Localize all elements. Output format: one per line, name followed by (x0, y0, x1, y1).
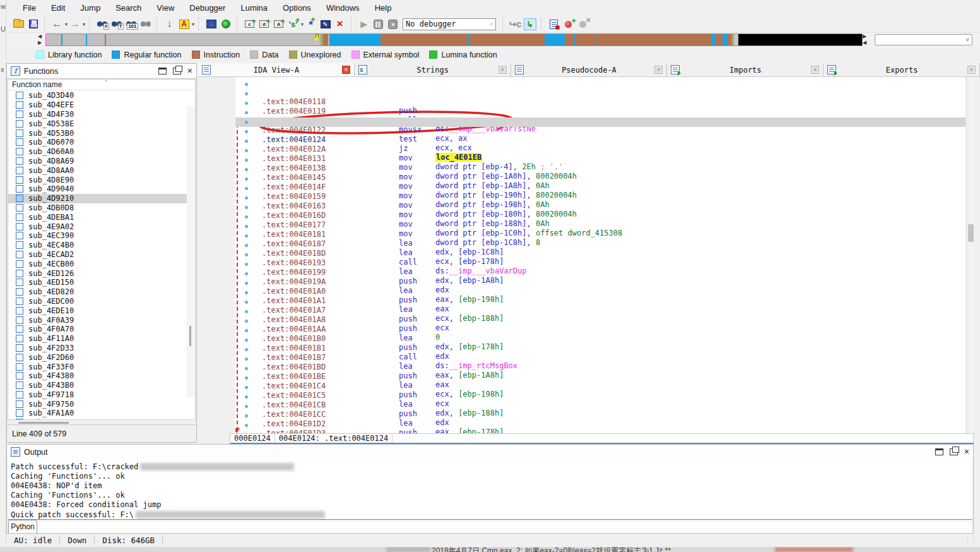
disasm-line[interactable]: .text:004E016D mov dword ptr [ebp-1C0h],… (235, 193, 965, 203)
band-zoom-icon[interactable]: ▶ (861, 33, 868, 39)
breakpoint-list-icon[interactable] (546, 17, 561, 31)
band-scroll-left-icon[interactable]: ◀ (37, 33, 43, 39)
navband-segment[interactable] (545, 34, 565, 46)
search-binary-icon[interactable]: 101 (124, 17, 138, 31)
scrollbar-thumb[interactable] (968, 224, 974, 242)
function-row[interactable]: sub_4F2D33 (8, 344, 187, 353)
function-row[interactable]: sub_4ED150 (8, 278, 187, 287)
make-string-icon[interactable]: 's' (286, 17, 300, 31)
menu-item[interactable]: File (15, 1, 44, 15)
make-ascii-icon[interactable]: A (271, 17, 286, 31)
function-row[interactable]: sub_4D8E90 (8, 175, 187, 184)
functions-title-bar[interactable]: f Functions × (7, 64, 196, 79)
disasm-line[interactable]: .text:004E014F mov dword ptr [ebp-198h],… (235, 165, 965, 174)
disasm-line[interactable]: .text:004E01B1 call ds:__imp_rtcMsgBox (235, 326, 965, 335)
disasm-line[interactable]: .text:004E0118 push eax (235, 80, 965, 89)
disasm-line[interactable]: .text:004E01A7 push ecx (235, 288, 965, 297)
disasm-line[interactable]: .text:004E0181 lea edx, [ebp-1C8h] (235, 212, 965, 222)
function-row[interactable]: sub_4F33F0 (8, 362, 187, 371)
function-row[interactable]: sub_4F9750 (8, 399, 187, 409)
navigate-back-icon[interactable]: ← (50, 17, 64, 31)
scrollbar-thumb[interactable] (189, 326, 191, 346)
disassembly-scrollbar[interactable] (966, 77, 974, 433)
disasm-line[interactable]: .text:004E01D5 call ds:__imp___vbaFreeVa… (235, 421, 965, 430)
menu-item[interactable]: Jump (73, 1, 108, 15)
disasm-line[interactable]: .text:004E0131 mov dword ptr [ebp-1A0h],… (235, 136, 965, 146)
make-function-icon[interactable]: * (304, 17, 318, 31)
menu-item[interactable]: Edit (44, 1, 73, 15)
functions-vertical-scrollbar[interactable] (187, 106, 194, 397)
function-row[interactable]: sub_4D8AA0 (8, 165, 187, 175)
function-row[interactable]: sub_4D9210 (8, 194, 187, 203)
debugger-stop-icon[interactable]: ■ (386, 17, 400, 31)
python-cli-tab[interactable]: Python (8, 520, 37, 533)
function-row[interactable]: sub_4E9A02 (8, 222, 187, 231)
function-row[interactable]: sub_4F4380 (8, 371, 187, 381)
edit-function-icon[interactable]: ✎ (318, 17, 333, 31)
disasm-line[interactable]: .text:004E01AA lea edx, [ebp-178h] (235, 307, 965, 316)
function-row[interactable]: sub_4D53B0 (8, 128, 187, 138)
function-row[interactable]: sub_4F11A0 (8, 334, 187, 344)
function-row[interactable]: sub_4F9718 (8, 390, 187, 400)
navband-segment[interactable] (595, 34, 596, 46)
function-row[interactable]: sub_4ECAD2 (8, 250, 187, 260)
function-row[interactable]: sub_4D3D40 (8, 91, 187, 100)
tab-imports[interactable]: Imports (667, 63, 824, 76)
navband-segment[interactable] (734, 34, 738, 46)
disasm-line[interactable]: .text:004E01A0 push eax (235, 269, 965, 279)
open-file-icon[interactable] (11, 17, 26, 31)
disasm-line[interactable]: .text:004E0163 mov dword ptr [ebp-188h],… (235, 184, 965, 193)
tab-exports[interactable]: Exports (824, 63, 980, 76)
function-row[interactable]: sub_4D8A69 (8, 157, 187, 166)
output-log[interactable]: Patch successful: F:\cracked Caching 'Fu… (8, 459, 972, 520)
function-row[interactable]: sub_4DEBA1 (8, 212, 187, 222)
disasm-line[interactable]: .text:004E01BE lea ecx, [ebp-198h] (235, 354, 965, 364)
band-zoom-out-icon[interactable]: ◀ (861, 40, 868, 45)
debugger-pause-icon[interactable]: ▌▌ (371, 17, 386, 31)
disasm-line[interactable]: .text:004E01B0 push edx (235, 316, 965, 326)
function-row[interactable]: sub_4F43B0 (8, 381, 187, 390)
add-breakpoint-icon[interactable] (561, 17, 576, 31)
disasm-line[interactable]: .text:004E0177 mov dword ptr [ebp-1C8h],… (235, 203, 965, 212)
cli-input[interactable] (37, 521, 972, 533)
navband-segment[interactable] (86, 34, 87, 46)
menu-item[interactable]: Search (108, 1, 149, 15)
disasm-line[interactable]: .text:004E0119 call ds:__imp___vbaVarTst… (235, 89, 965, 99)
disasm-line[interactable]: .text:004E01D2 push eax (235, 402, 965, 411)
function-row[interactable]: sub_4ED820 (8, 287, 187, 297)
navband-segment[interactable] (738, 34, 863, 46)
jump-to-address-icon[interactable]: # (95, 17, 109, 31)
disasm-line[interactable]: .text:004E0187 lea ecx, [ebp-178h] (235, 222, 965, 231)
disasm-line[interactable]: .text:004E01CB push edx (235, 383, 965, 392)
flow-chart-icon[interactable]: ▲ (204, 17, 218, 31)
disassembly-listing[interactable]: .text:004E0118 push eax .text:004E0119 c… (235, 77, 965, 433)
maximize-icon[interactable] (935, 448, 943, 455)
functions-horizontal-scrollbar[interactable] (18, 422, 69, 424)
disasm-line[interactable]: .text:004E0122 test ecx, ecx (235, 108, 965, 117)
navband-segment[interactable] (715, 34, 723, 46)
function-row[interactable]: sub_4EDE10 (8, 306, 187, 315)
disasm-line[interactable]: .text:004E01A8 push 0 (235, 297, 965, 307)
attach-process-icon[interactable]: ↪c (508, 17, 522, 31)
ascii-options-icon[interactable]: A (177, 17, 191, 31)
disasm-line[interactable]: .text:004E011F movsx ecx, ax (235, 99, 965, 108)
navigation-band[interactable] (45, 33, 863, 46)
menu-item[interactable]: Help (367, 1, 399, 15)
close-icon[interactable]: × (964, 448, 969, 455)
function-row[interactable]: sub_4D4EFE (8, 100, 187, 110)
function-row[interactable]: sub_4D6070 (8, 138, 187, 147)
disasm-line[interactable]: .text:004E01C5 lea edx, [ebp-188h] (235, 373, 965, 383)
debugger-start-icon[interactable]: ▶ (357, 17, 371, 31)
disasm-line[interactable]: .text:004E0193 lea edx, [ebp-1A8h] (235, 241, 965, 250)
continue-process-icon[interactable]: ↳ (522, 17, 537, 31)
navband-segment[interactable] (723, 34, 727, 46)
forward-dropdown-icon[interactable]: ▾ (83, 21, 85, 27)
menu-item[interactable]: Options (275, 1, 319, 15)
function-row[interactable]: sub_4EC4B0 (8, 241, 187, 250)
disasm-line[interactable]: .text:004E01D3 push 4 (235, 411, 965, 421)
function-row[interactable]: sub_4EC390 (8, 231, 187, 241)
disasm-line[interactable]: .text:004E0145 mov dword ptr [ebp-190h],… (235, 155, 965, 165)
function-row[interactable]: sub_4D60A0 (8, 147, 187, 157)
function-row[interactable]: sub_4F0A70 (8, 325, 187, 334)
function-row[interactable]: sub_4F0A39 (8, 315, 187, 325)
